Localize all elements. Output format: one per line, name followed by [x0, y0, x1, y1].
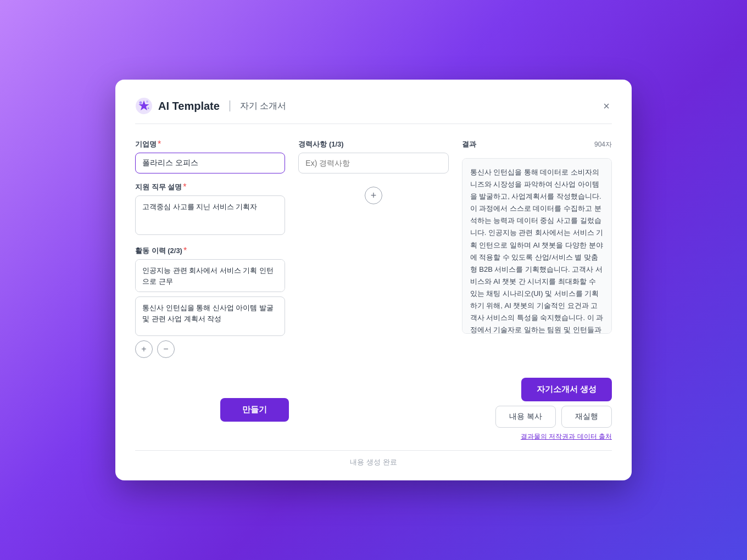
add-career-container: + [298, 187, 448, 204]
add-career-button[interactable]: + [365, 187, 382, 204]
middle-column: 경력사항 (1/3) + [298, 139, 448, 358]
result-label: 결과 [462, 139, 476, 149]
career-label-row: 경력사항 (1/3) [298, 139, 448, 149]
activity-action-btns: + − [135, 340, 285, 358]
job-required: * [183, 182, 186, 192]
header-left: AI Template 자기 소개서 [135, 97, 286, 115]
job-label-row: 지원 직무 설명 * [135, 182, 285, 192]
logo-icon [135, 97, 153, 115]
career-input[interactable] [298, 153, 448, 173]
left-column: 기업명 * 지원 직무 설명 * 고객중심 사고를 지닌 서비스 기획자 활동 … [135, 139, 285, 358]
company-input[interactable] [135, 153, 285, 173]
career-field: 경력사항 (1/3) [298, 139, 448, 173]
subtitle: 자기 소개서 [240, 100, 286, 112]
activity-item-1[interactable]: 인공지능 관련 회사에서 서비스 기획 인턴으로 근무 [135, 259, 285, 292]
remove-activity-button[interactable]: − [157, 340, 175, 358]
svg-point-2 [146, 100, 148, 103]
result-header: 결과 904자 [462, 139, 612, 149]
modal-body: 기업명 * 지원 직무 설명 * 고객중심 사고를 지닌 서비스 기획자 활동 … [135, 139, 612, 358]
copy-button[interactable]: 내용 복사 [495, 406, 556, 428]
status-bar: 내용 생성 완료 [135, 450, 612, 467]
modal-footer: 만들기 자기소개서 생성 내용 복사 재실행 결과물의 저작권과 데이터 출처 [135, 369, 612, 441]
svg-point-3 [148, 108, 149, 109]
footer-left: 만들기 [135, 398, 374, 422]
footer-right: 자기소개서 생성 내용 복사 재실행 결과물의 저작권과 데이터 출처 [374, 378, 612, 441]
company-label: 기업명 [135, 139, 157, 149]
activity-label-row: 활동 이력 (2/3) * [135, 246, 285, 256]
generate-button[interactable]: 자기소개서 생성 [521, 378, 612, 401]
job-label: 지원 직무 설명 [135, 182, 182, 192]
status-text: 내용 생성 완료 [350, 458, 397, 466]
result-text-area: 통신사 인턴십을 통해 데이터로 소비자의 니즈와 시장성을 파악하여 신사업 … [462, 158, 612, 334]
svg-point-1 [140, 102, 142, 104]
footer-right-buttons: 내용 복사 재실행 [495, 406, 612, 428]
result-char-count: 904자 [594, 140, 612, 149]
header-divider [230, 100, 230, 111]
copyright-link[interactable]: 결과물의 저작권과 데이터 출처 [521, 432, 612, 441]
add-activity-button[interactable]: + [135, 340, 153, 358]
company-label-row: 기업명 * [135, 139, 285, 149]
activity-item-2[interactable]: 통신사 인턴십을 통해 신사업 아이템 발굴 및 관련 사업 계획서 작성 [135, 296, 285, 336]
career-label: 경력사항 (1/3) [298, 139, 343, 149]
make-button[interactable]: 만들기 [220, 398, 289, 422]
reset-button[interactable]: 재실행 [561, 406, 612, 428]
modal-header: AI Template 자기 소개서 × [135, 97, 612, 124]
modal-container: AI Template 자기 소개서 × 기업명 * 지원 직무 설명 * [115, 80, 632, 480]
activity-label: 활동 이력 (2/3) [135, 246, 182, 256]
activity-required: * [183, 246, 187, 256]
company-field: 기업명 * [135, 139, 285, 173]
job-textarea[interactable]: 고객중심 사고를 지닌 서비스 기획자 [135, 195, 285, 235]
close-button[interactable]: × [601, 98, 612, 115]
right-column: 결과 904자 통신사 인턴십을 통해 데이터로 소비자의 니즈와 시장성을 파… [462, 139, 612, 358]
job-field: 지원 직무 설명 * 고객중심 사고를 지닌 서비스 기획자 [135, 182, 285, 237]
company-required: * [158, 139, 161, 149]
result-text: 통신사 인턴십을 통해 데이터로 소비자의 니즈와 시장성을 파악하여 신사업 … [470, 166, 604, 334]
activity-list: 인공지능 관련 회사에서 서비스 기획 인턴으로 근무 통신사 인턴십을 통해 … [135, 259, 285, 336]
app-title: AI Template [158, 100, 220, 113]
activity-field: 활동 이력 (2/3) * 인공지능 관련 회사에서 서비스 기획 인턴으로 근… [135, 246, 285, 358]
